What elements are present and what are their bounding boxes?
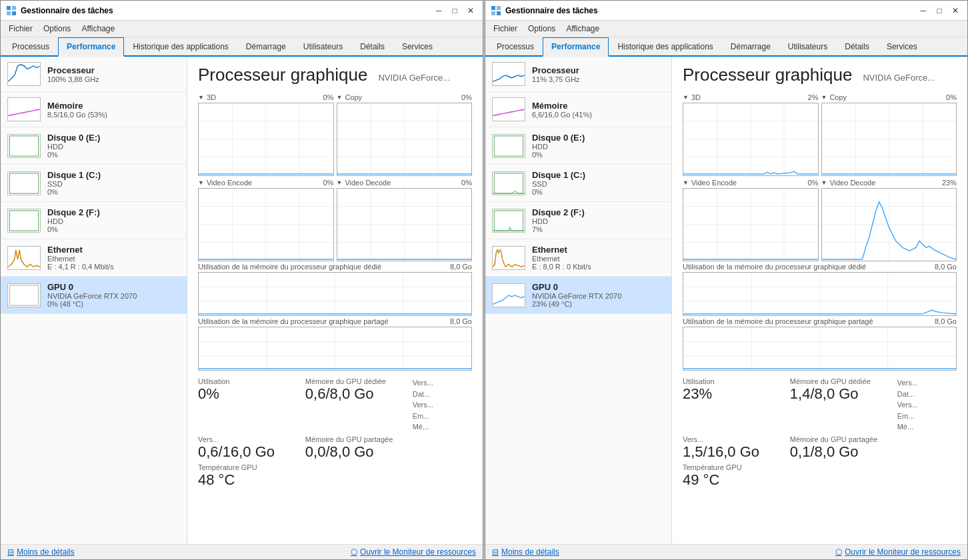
graph-vencode-box-2 bbox=[683, 188, 819, 261]
minimize-btn-1[interactable]: ─ bbox=[432, 4, 445, 17]
stat-label-gpuproc-1: Vers... bbox=[198, 435, 297, 443]
sidebar-sub-cpu-2: 11% 3,75 GHz bbox=[532, 75, 665, 83]
sidebar-item-disk0-1[interactable]: Disque 0 (E:) HDD 0% bbox=[1, 127, 187, 165]
menu-affichage-2[interactable]: Affichage bbox=[561, 22, 605, 35]
sidebar-item-cpu-2[interactable]: Processeur 11% 3,75 GHz bbox=[485, 57, 671, 92]
tab-performance-2[interactable]: Performance bbox=[543, 37, 609, 57]
menu-options-1[interactable]: Options bbox=[38, 22, 76, 35]
tab-demarrage-1[interactable]: Démarrage bbox=[237, 37, 295, 57]
sidebar-item-disk1-2[interactable]: Disque 1 (C:) SSD 0% bbox=[485, 165, 671, 202]
sidebar-info-disk0-2: Disque 0 (E:) HDD 0% bbox=[532, 133, 665, 159]
title-bar-left-2: Gestionnaire des tâches bbox=[491, 5, 598, 16]
sidebar-name-cpu-1: Processeur bbox=[47, 65, 180, 75]
tab-demarrage-2[interactable]: Démarrage bbox=[722, 37, 779, 57]
tab-details-1[interactable]: Détails bbox=[351, 37, 393, 57]
sidebar-item-disk2-1[interactable]: Disque 2 (F:) HDD 0% bbox=[1, 202, 187, 239]
title-controls-1: ─ □ ✕ bbox=[432, 4, 477, 17]
sidebar-item-mem-2[interactable]: Mémoire 6,6/16,0 Go (41%) bbox=[485, 92, 671, 127]
tab-services-1[interactable]: Services bbox=[393, 37, 441, 57]
sidebar-item-mem-1[interactable]: Mémoire 8,5/16,0 Go (53%) bbox=[1, 92, 187, 127]
sidebar-info-disk1-2: Disque 1 (C:) SSD 0% bbox=[532, 170, 665, 196]
stat-label-gpuded-1: Mémoire du GPU dédiée bbox=[305, 377, 405, 385]
stat-val-temp-2: 49 °C bbox=[683, 471, 782, 489]
sidebar-name-disk1-2: Disque 1 (C:) bbox=[532, 170, 665, 180]
menu-bar-2: Fichier Options Affichage bbox=[485, 21, 967, 37]
maximize-btn-1[interactable]: □ bbox=[448, 4, 461, 17]
stat-temp-1: Température GPU 48 °C bbox=[198, 463, 297, 489]
tab-processus-1[interactable]: Processus bbox=[3, 37, 58, 57]
sidebar-info-mem-1: Mémoire 8,5/16,0 Go (53%) bbox=[47, 101, 180, 119]
svg-rect-48 bbox=[494, 210, 523, 230]
wide-graph-1-box-2 bbox=[683, 272, 957, 316]
sidebar-name-disk0-2: Disque 0 (E:) bbox=[532, 133, 665, 143]
svg-rect-0 bbox=[7, 6, 11, 10]
sidebar-item-eth-1[interactable]: Ethernet Ethernet E : 4,1 R : 0,4 Mbit/s bbox=[1, 239, 187, 277]
maximize-btn-2[interactable]: □ bbox=[933, 4, 946, 17]
wide-graph-2-val: 8,0 Go bbox=[450, 317, 472, 325]
tab-performance-1[interactable]: Performance bbox=[58, 37, 124, 57]
stat-val-gpuded-2: 1,4/8,0 Go bbox=[790, 385, 889, 403]
sidebar-2: Processeur 11% 3,75 GHz Mémoire 6,6/16,0… bbox=[485, 57, 672, 544]
stat-em-1: Em... bbox=[413, 411, 472, 422]
monitor-link-2[interactable]: ⬡ Ouvrir le Moniteur de ressources bbox=[835, 547, 961, 557]
close-btn-2[interactable]: ✕ bbox=[949, 4, 962, 17]
sidebar-item-gpu-2[interactable]: GPU 0 NVIDIA GeForce RTX 2070 23% (49 °C… bbox=[485, 277, 671, 314]
svg-rect-44 bbox=[491, 11, 495, 15]
menu-fichier-1[interactable]: Fichier bbox=[3, 22, 38, 35]
menu-options-2[interactable]: Options bbox=[523, 22, 561, 35]
wide-graph-2-val-2: 8,0 Go bbox=[935, 317, 957, 325]
monitor-icon-1: ⬡ bbox=[351, 547, 357, 557]
close-btn-1[interactable]: ✕ bbox=[464, 4, 477, 17]
wide-graph-2-text-2: Utilisation de la mémoire du processeur … bbox=[683, 317, 873, 325]
tab-utilisateurs-2[interactable]: Utilisateurs bbox=[779, 37, 836, 57]
sidebar-name-gpu-1: GPU 0 bbox=[47, 282, 180, 292]
stat-gpu-ded-1: Mémoire du GPU dédiée 0,6/8,0 Go bbox=[305, 377, 405, 433]
sidebar-item-disk2-2[interactable]: Disque 2 (F:) HDD 7% bbox=[485, 202, 671, 239]
bottom-bar-2: ⊟ Moins de détails ⬡ Ouvrir le Moniteur … bbox=[485, 544, 967, 559]
sidebar-item-disk1-1[interactable]: Disque 1 (C:) SSD 0% bbox=[1, 165, 187, 202]
sidebar-thumb-disk2-2 bbox=[492, 209, 525, 233]
sidebar-thumb-mem-2 bbox=[492, 97, 525, 121]
less-details-1[interactable]: ⊟ Moins de détails bbox=[7, 547, 75, 557]
sidebar-thumb-disk1-1 bbox=[7, 171, 41, 195]
sidebar-item-disk0-2[interactable]: Disque 0 (E:) HDD 0% bbox=[485, 127, 671, 165]
graph-3d-section-2: ▼ 3D 2% bbox=[683, 93, 819, 176]
menu-affichage-1[interactable]: Affichage bbox=[76, 22, 120, 35]
tab-services-2[interactable]: Services bbox=[878, 37, 926, 57]
menu-fichier-2[interactable]: Fichier bbox=[488, 22, 523, 35]
graph-copy-box-2 bbox=[821, 103, 957, 176]
stat-vers2-2: Vers... bbox=[897, 399, 957, 411]
stat-gpu-ded-2: Mémoire du GPU dédiée 1,4/8,0 Go bbox=[790, 377, 889, 433]
sidebar-item-gpu-1[interactable]: GPU 0 NVIDIA GeForce RTX 2070 0% (48 °C) bbox=[1, 277, 187, 314]
graph-vencode-name-2: Video Encode bbox=[691, 179, 737, 187]
sidebar-sub-disk0-1b: 0% bbox=[47, 151, 180, 159]
graph-vencode-val-1: 0% bbox=[323, 179, 334, 187]
sidebar-item-eth-2[interactable]: Ethernet Ethernet E : 8,0 R : 0 Kbit/s bbox=[485, 239, 671, 277]
graph-vdecode-box-1 bbox=[337, 188, 473, 261]
sidebar-sub-disk0-1a: HDD bbox=[47, 143, 180, 151]
stat-val-gpuded-1: 0,6/8,0 Go bbox=[305, 385, 405, 403]
monitor-link-1[interactable]: ⬡ Ouvrir le Moniteur de ressources bbox=[351, 547, 476, 557]
sidebar-name-gpu-2: GPU 0 bbox=[532, 282, 665, 292]
stat-vers-2: Vers... Dat... Vers... Em... Mé... bbox=[897, 377, 957, 433]
graph-3d-box-1 bbox=[198, 103, 334, 176]
wide-graph-2-label-2: Utilisation de la mémoire du processeur … bbox=[683, 317, 957, 325]
tab-historique-2[interactable]: Historique des applications bbox=[609, 37, 721, 57]
tabs-2: Processus Performance Historique des app… bbox=[485, 37, 967, 57]
stat-label-gpuded-2: Mémoire du GPU dédiée bbox=[790, 377, 889, 385]
graph-vencode-label-1: ▼ Video Encode 0% bbox=[198, 179, 334, 187]
graph-3d-box-2 bbox=[683, 103, 819, 176]
stat-dat-1: Dat... bbox=[413, 389, 472, 400]
minimize-btn-2[interactable]: ─ bbox=[917, 4, 930, 17]
graph-container-2: ▼ 3D 2% bbox=[683, 93, 957, 261]
tab-details-2[interactable]: Détails bbox=[836, 37, 878, 57]
graph-vencode-label-2: ▼ Video Encode 0% bbox=[683, 179, 819, 187]
less-details-2[interactable]: ⊟ Moins de détails bbox=[492, 547, 559, 557]
sidebar-item-cpu-1[interactable]: Processeur 100% 3,88 GHz bbox=[1, 57, 187, 92]
tab-historique-1[interactable]: Historique des applications bbox=[124, 37, 237, 57]
graph-vdecode-section-1: ▼ Video Decode 0% bbox=[337, 179, 473, 261]
chevron-copy-2: ▼ bbox=[821, 94, 827, 101]
tab-utilisateurs-1[interactable]: Utilisateurs bbox=[295, 37, 351, 57]
svg-rect-4 bbox=[9, 135, 38, 155]
tab-processus-2[interactable]: Processus bbox=[488, 37, 543, 57]
